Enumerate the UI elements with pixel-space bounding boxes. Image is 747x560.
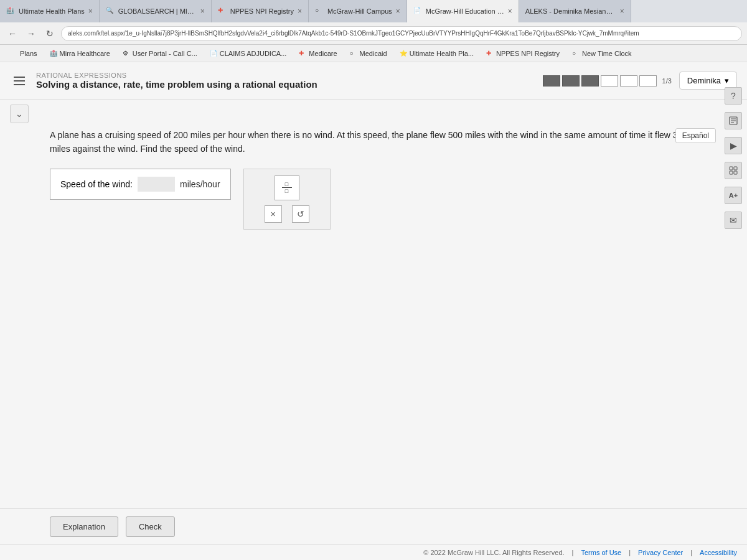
bookmark-favicon-clock: ○: [572, 50, 580, 57]
progress-box-1: [543, 75, 560, 86]
grid-icon-button[interactable]: [725, 162, 742, 179]
hamburger-button[interactable]: [10, 72, 29, 90]
terms-of-use-link[interactable]: Terms of Use: [581, 549, 621, 556]
hamburger-line-1: [14, 77, 25, 78]
bookmark-favicon-claims: 📄: [210, 50, 217, 57]
bookmark-plans[interactable]: Plans: [5, 49, 42, 58]
undo-button[interactable]: ↺: [292, 205, 309, 223]
fraction-button[interactable]: □ □: [275, 175, 299, 200]
bookmark-uhp[interactable]: ⭐ Ultimate Health Pla...: [395, 49, 479, 58]
user-name: Deminika: [687, 76, 721, 85]
main-content: RATIONAL EXPRESSIONS Solving a distance,…: [0, 62, 747, 560]
tab-aleks[interactable]: ALEKS - Deminika Mesiana - L ×: [519, 0, 631, 22]
help-icon-button[interactable]: ?: [725, 87, 742, 105]
tab-favicon-4: ○: [315, 7, 324, 16]
tab-globalsearch[interactable]: 🔍 GLOBALSEARCH | MIRRA ×: [100, 0, 212, 22]
tab-close-5[interactable]: ×: [508, 7, 512, 16]
tab-close-2[interactable]: ×: [200, 7, 205, 16]
tab-label-3: NPPES NPI Registry: [230, 7, 294, 15]
calc-panel: □ □ × ↺: [243, 169, 331, 230]
bookmark-claims[interactable]: 📄 CLAIMS ADJUDICA...: [205, 49, 292, 58]
answer-unit: miles/hour: [180, 179, 220, 189]
hamburger-line-3: [14, 84, 25, 85]
notes-icon-button[interactable]: [725, 112, 742, 129]
bookmarks-bar: Plans 🏥 Mirra Healthcare ⚙ User Portal -…: [0, 45, 747, 62]
forward-button[interactable]: →: [24, 26, 39, 41]
tab-close-6[interactable]: ×: [620, 7, 624, 16]
speed-answer-input[interactable]: [138, 177, 175, 192]
url-text: aleks.com/k/tel.aspx/1e_u-IgNsllai7j8P3j…: [68, 30, 639, 37]
progress-boxes: 1/3: [543, 75, 672, 86]
tab-close-4[interactable]: ×: [396, 7, 400, 16]
bottom-bar: Explanation Check: [0, 508, 747, 544]
address-input[interactable]: aleks.com/k/tel.aspx/1e_u-IgNsllai7j8P3j…: [61, 26, 742, 41]
message-icon-button[interactable]: ✉: [725, 212, 742, 229]
tab-ultimate-health-plans[interactable]: 🏥 Ultimate Health Plans ×: [0, 0, 100, 22]
problem-area: Español A plane has a cruising speed of …: [0, 128, 747, 508]
progress-box-3: [581, 75, 599, 86]
reload-button[interactable]: ↻: [42, 26, 57, 41]
progress-box-2: [562, 75, 580, 86]
tab-label-5: McGraw-Hill Education Campus: [426, 7, 504, 15]
tab-favicon-3: ✚: [218, 7, 227, 16]
tab-label-6: ALEKS - Deminika Mesiana - L: [525, 7, 616, 15]
problem-text: A plane has a cruising speed of 200 mile…: [50, 128, 697, 156]
progress-box-5: [620, 75, 637, 86]
check-button[interactable]: Check: [126, 516, 175, 537]
bookmark-user-portal[interactable]: ⚙ User Portal - Call C...: [118, 49, 202, 58]
tab-label-4: McGraw-Hill Campus: [327, 7, 392, 15]
clear-button[interactable]: ×: [265, 205, 282, 223]
bookmark-favicon-mirra: 🏥: [50, 50, 57, 57]
section-label: RATIONAL EXPRESSIONS: [36, 72, 535, 79]
bookmark-mirra[interactable]: 🏥 Mirra Healthcare: [45, 49, 115, 58]
expand-button[interactable]: ⌄: [10, 105, 29, 123]
chevron-down-icon: ▾: [725, 76, 729, 85]
tab-mcgrawhill-campus[interactable]: ○ McGraw-Hill Campus ×: [309, 0, 407, 22]
espanol-button[interactable]: Español: [675, 128, 716, 143]
footer: © 2022 McGraw Hill LLC. All Rights Reser…: [0, 544, 747, 560]
svg-rect-4: [730, 167, 733, 170]
play-icon-button[interactable]: ▶: [725, 137, 742, 154]
undo-icon: ↺: [297, 209, 304, 219]
progress-label: 1/3: [662, 77, 672, 85]
clear-icon: ×: [270, 209, 275, 219]
tab-favicon-1: 🏥: [6, 7, 15, 16]
svg-rect-7: [734, 171, 737, 174]
tab-label-1: Ultimate Health Plans: [19, 7, 85, 15]
footer-copyright: © 2022 McGraw Hill LLC. All Rights Reser…: [423, 549, 564, 556]
answer-label: Speed of the wind:: [60, 179, 133, 189]
accessibility-link[interactable]: Accessibility: [700, 549, 737, 556]
tab-mcgrawhill-education[interactable]: 📄 McGraw-Hill Education Campus ×: [407, 0, 519, 22]
tab-favicon-5: 📄: [413, 7, 422, 16]
bookmark-favicon-uhp: ⭐: [400, 50, 407, 57]
bookmark-label-mirra: Mirra Healthcare: [60, 50, 110, 57]
tab-label-2: GLOBALSEARCH | MIRRA: [118, 7, 197, 15]
svg-rect-6: [730, 171, 733, 174]
bookmark-favicon-nppes: ✚: [486, 50, 494, 57]
footer-separator-1: |: [572, 549, 574, 556]
bookmark-time-clock[interactable]: ○ New Time Clock: [567, 49, 636, 58]
tab-nppes[interactable]: ✚ NPPES NPI Registry ×: [212, 0, 309, 22]
tab-favicon-2: 🔍: [106, 7, 115, 16]
privacy-center-link[interactable]: Privacy Center: [638, 549, 683, 556]
bookmark-label-medicaid: Medicaid: [360, 50, 387, 57]
bookmark-label-uhp: Ultimate Health Pla...: [410, 50, 474, 57]
answer-area: Speed of the wind: miles/hour □ □ ×: [50, 169, 697, 230]
bookmark-nppes[interactable]: ✚ NPPES NPI Registry: [481, 49, 565, 58]
footer-separator-2: |: [629, 549, 631, 556]
bookmark-medicaid[interactable]: ○ Medicaid: [345, 49, 392, 58]
explanation-button[interactable]: Explanation: [50, 516, 118, 537]
hamburger-line-2: [14, 80, 25, 82]
bookmark-favicon-medicaid: ○: [350, 50, 357, 57]
progress-box-6: [639, 75, 657, 86]
bookmark-medicare[interactable]: ✚ Medicare: [294, 49, 342, 58]
aleks-topbar: RATIONAL EXPRESSIONS Solving a distance,…: [0, 62, 747, 100]
tab-close-1[interactable]: ×: [88, 7, 93, 16]
topbar-titles: RATIONAL EXPRESSIONS Solving a distance,…: [36, 72, 535, 90]
tab-close-3[interactable]: ×: [298, 7, 302, 16]
back-button[interactable]: ←: [5, 26, 20, 41]
chevron-down-icon-expand: ⌄: [16, 109, 23, 119]
address-bar: ← → ↻ aleks.com/k/tel.aspx/1e_u-IgNsllai…: [0, 22, 747, 45]
text-size-icon-button[interactable]: A+: [725, 187, 742, 204]
bookmark-label-portal: User Portal - Call C...: [133, 50, 197, 57]
